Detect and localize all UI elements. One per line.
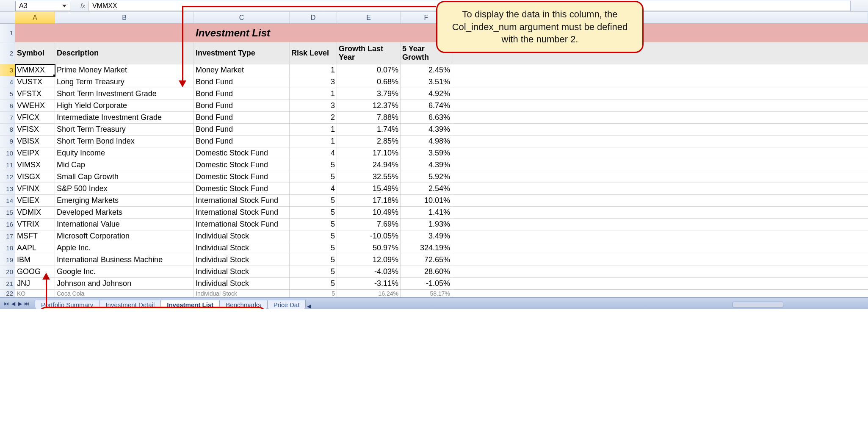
row-number[interactable]: 5	[0, 88, 15, 100]
cell[interactable]: Mid Cap	[55, 159, 194, 171]
cell[interactable]: VEIPX	[15, 147, 55, 159]
row-number[interactable]: 8	[0, 124, 15, 136]
cell[interactable]: 2.45%	[401, 64, 452, 76]
row-number[interactable]: 20	[0, 266, 15, 278]
cell[interactable]: 4.39%	[401, 124, 452, 136]
cell[interactable]: 5	[290, 290, 337, 297]
row-number[interactable]: 1	[0, 24, 15, 42]
header-type[interactable]: Investment Type	[194, 42, 290, 64]
cell[interactable]: Microsoft Corporation	[55, 230, 194, 242]
cell[interactable]: 3.79%	[337, 88, 401, 100]
cell[interactable]: Prime Money Market	[55, 64, 194, 76]
horizontal-scrollbar[interactable]	[733, 302, 783, 307]
cell[interactable]: 32.55%	[337, 171, 401, 183]
cell[interactable]: Emerging Markets	[55, 195, 194, 207]
cell[interactable]: Short Term Bond Index	[55, 136, 194, 147]
cell[interactable]: 5	[290, 230, 337, 242]
cell[interactable]: 5	[290, 207, 337, 219]
tab-scroll-right-icon[interactable]: ◀	[307, 303, 311, 309]
cell[interactable]: High Yield Corporate	[55, 100, 194, 112]
cell[interactable]: Bond Fund	[194, 76, 290, 88]
cell[interactable]: 1.41%	[401, 207, 452, 219]
cell[interactable]: Domestic Stock Fund	[194, 159, 290, 171]
cell[interactable]: 5	[290, 219, 337, 230]
cell[interactable]: -3.11%	[337, 278, 401, 290]
row-number[interactable]: 16	[0, 219, 15, 230]
cell[interactable]: VDMIX	[15, 207, 55, 219]
title-cell[interactable]: Investment List	[194, 24, 290, 42]
cell[interactable]: Domestic Stock Fund	[194, 147, 290, 159]
cell[interactable]	[15, 24, 55, 42]
cell[interactable]: VFISX	[15, 124, 55, 136]
cell[interactable]: Developed Markets	[55, 207, 194, 219]
row-number[interactable]: 13	[0, 183, 15, 195]
row-number[interactable]: 19	[0, 254, 15, 266]
cell[interactable]	[290, 24, 337, 42]
cell[interactable]: 3.51%	[401, 76, 452, 88]
cell[interactable]: 58.17%	[401, 290, 452, 297]
cell[interactable]: VTRIX	[15, 219, 55, 230]
cell[interactable]: Bond Fund	[194, 136, 290, 147]
row-number[interactable]: 22	[0, 290, 15, 297]
cell[interactable]: 7.69%	[337, 219, 401, 230]
cell[interactable]: Bond Fund	[194, 88, 290, 100]
cell[interactable]: 15.49%	[337, 183, 401, 195]
cell[interactable]: 5	[290, 254, 337, 266]
row-number[interactable]: 15	[0, 207, 15, 219]
cell[interactable]: 5	[290, 171, 337, 183]
cell[interactable]: 3	[290, 100, 337, 112]
row-number[interactable]: 3	[0, 64, 15, 76]
cell[interactable]: -4.03%	[337, 266, 401, 278]
cell[interactable]: 2.54%	[401, 183, 452, 195]
cell[interactable]	[55, 24, 194, 42]
cell[interactable]: International Business Machine	[55, 254, 194, 266]
cell[interactable]: International Stock Fund	[194, 219, 290, 230]
cell[interactable]: -1.05%	[401, 278, 452, 290]
sheet-tab[interactable]: Price Dat	[267, 300, 306, 309]
cell[interactable]: 4.39%	[401, 159, 452, 171]
cell[interactable]: 4	[290, 147, 337, 159]
col-header-a[interactable]: A	[15, 12, 55, 23]
cell[interactable]: 5	[290, 159, 337, 171]
cell[interactable]: 10.01%	[401, 195, 452, 207]
cell[interactable]: Coca Cola	[55, 290, 194, 297]
cell[interactable]: Google Inc.	[55, 266, 194, 278]
cell[interactable]: 324.19%	[401, 242, 452, 254]
cell[interactable]: 10.49%	[337, 207, 401, 219]
cell[interactable]: Short Term Investment Grade	[55, 88, 194, 100]
cell[interactable]: -10.05%	[337, 230, 401, 242]
cell[interactable]: Intermediate Investment Grade	[55, 112, 194, 124]
cell[interactable]: 2	[290, 112, 337, 124]
cell[interactable]: Johnson and Johnson	[55, 278, 194, 290]
cell[interactable]: 0.07%	[337, 64, 401, 76]
cell[interactable]: VISGX	[15, 171, 55, 183]
cell[interactable]: 5	[290, 278, 337, 290]
cell[interactable]: 12.37%	[337, 100, 401, 112]
cell[interactable]: 1	[290, 124, 337, 136]
cell[interactable]: Domestic Stock Fund	[194, 171, 290, 183]
cell[interactable]: Bond Fund	[194, 100, 290, 112]
cell[interactable]: 24.94%	[337, 159, 401, 171]
row-number[interactable]: 4	[0, 76, 15, 88]
cell[interactable]: 1	[290, 136, 337, 147]
col-header-b[interactable]: B	[55, 12, 194, 23]
cell[interactable]: 12.09%	[337, 254, 401, 266]
sheet-nav-first-icon[interactable]: ⏮	[3, 300, 9, 307]
cell[interactable]: 7.88%	[337, 112, 401, 124]
row-number[interactable]: 9	[0, 136, 15, 147]
row-number[interactable]: 21	[0, 278, 15, 290]
cell[interactable]: S&P 500 Index	[55, 183, 194, 195]
row-number[interactable]: 11	[0, 159, 15, 171]
cell[interactable]: 1	[290, 88, 337, 100]
header-description[interactable]: Description	[55, 42, 194, 64]
cell[interactable]: 5	[290, 242, 337, 254]
cell[interactable]: International Stock Fund	[194, 195, 290, 207]
cell[interactable]: VBISX	[15, 136, 55, 147]
cell[interactable]: Equity Income	[55, 147, 194, 159]
cell[interactable]: Individual Stock	[194, 278, 290, 290]
cell[interactable]: 3.49%	[401, 230, 452, 242]
row-number[interactable]: 14	[0, 195, 15, 207]
cell[interactable]: 4	[290, 183, 337, 195]
cell[interactable]: IBM	[15, 254, 55, 266]
cell[interactable]: Bond Fund	[194, 124, 290, 136]
